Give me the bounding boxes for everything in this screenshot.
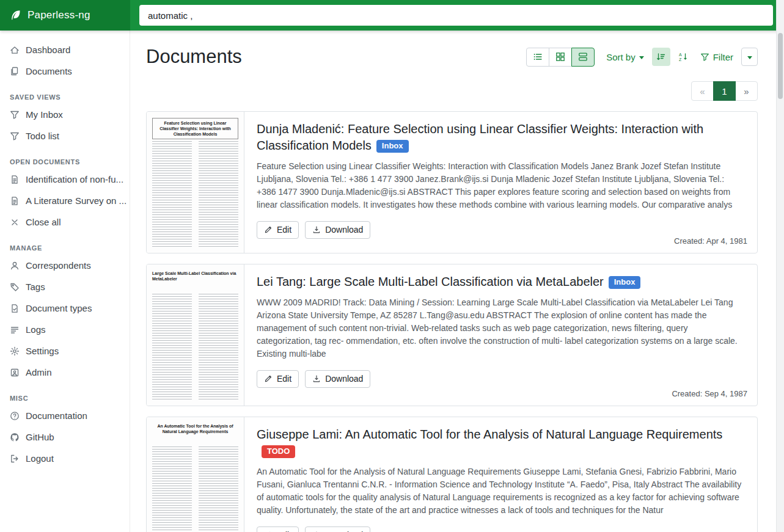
filter-button[interactable]: Filter bbox=[696, 49, 738, 65]
thumbnail-title: Feature Selection using Linear Classifie… bbox=[152, 118, 238, 139]
grid-view-button[interactable] bbox=[549, 48, 572, 67]
sidebar-item-document-types[interactable]: Document types bbox=[0, 297, 130, 319]
document-thumbnail[interactable]: Large Scale Multi-Label Classification v… bbox=[147, 264, 244, 406]
question-circle-icon bbox=[10, 411, 20, 421]
sidebar-section-misc: MISC bbox=[10, 395, 120, 402]
list-view-icon bbox=[533, 52, 543, 62]
document-excerpt: An Automatic Tool for the Analysis of Na… bbox=[257, 465, 745, 517]
download-button[interactable]: Download bbox=[305, 527, 370, 532]
person-badge-icon bbox=[10, 368, 20, 377]
sidebar-item-close-all[interactable]: Close all bbox=[0, 211, 130, 233]
sidebar-item-settings[interactable]: Settings bbox=[0, 340, 130, 362]
download-label: Download bbox=[325, 374, 363, 384]
sidebar-item-label: Settings bbox=[26, 346, 59, 356]
pagination-prev-button[interactable]: « bbox=[691, 81, 714, 101]
download-button[interactable]: Download bbox=[305, 221, 370, 239]
sidebar-item-documents[interactable]: Documents bbox=[0, 60, 130, 82]
document-title-link[interactable]: Lei Tang: Large Scale Multi-Label Classi… bbox=[257, 274, 640, 290]
sidebar-item-admin[interactable]: Admin bbox=[0, 362, 130, 383]
thumbnail-title: An Automatic Tool for the Analysis of Na… bbox=[152, 423, 238, 434]
documents-icon bbox=[10, 67, 20, 76]
sidebar-item-label: Close all bbox=[26, 217, 61, 227]
document-title-text: Giuseppe Lami: An Automatic Tool for the… bbox=[257, 428, 722, 441]
sort-alpha-button[interactable]: AZ bbox=[674, 48, 692, 66]
document-thumbnail[interactable]: An Automatic Tool for the Analysis of Na… bbox=[147, 417, 244, 532]
sidebar-item-label: Tags bbox=[26, 282, 45, 292]
search-bar-container bbox=[130, 0, 784, 31]
page-header: Documents Sort by AZ bbox=[146, 46, 758, 68]
file-text-icon bbox=[10, 196, 20, 206]
sidebar-item-label: Logout bbox=[26, 453, 54, 464]
sidebar-section-saved-views: SAVED VIEWS bbox=[10, 93, 120, 101]
thumbnail-text-lines bbox=[152, 141, 238, 248]
sidebar-item-label: A Literature Survey on ... bbox=[26, 195, 126, 206]
edit-button[interactable]: Edit bbox=[257, 221, 299, 239]
funnel-icon bbox=[10, 110, 20, 120]
sidebar-section-open-documents: OPEN DOCUMENTS bbox=[10, 158, 120, 166]
document-card: Feature Selection using Linear Classifie… bbox=[146, 111, 758, 253]
svg-text:Z: Z bbox=[679, 57, 682, 62]
tag-badge-inbox[interactable]: Inbox bbox=[376, 140, 409, 153]
scrollbar-thumb[interactable] bbox=[778, 33, 783, 99]
logout-icon bbox=[10, 454, 20, 464]
document-excerpt: WWW 2009 MADRID! Track: Data Mining / Se… bbox=[257, 296, 745, 360]
sidebar-item-github[interactable]: GitHub bbox=[0, 426, 130, 448]
sidebar-item-logout[interactable]: Logout bbox=[0, 448, 130, 469]
global-search-input[interactable] bbox=[139, 5, 773, 26]
filter-dropdown-toggle[interactable] bbox=[741, 48, 758, 66]
document-card: An Automatic Tool for the Analysis of Na… bbox=[146, 417, 758, 532]
edit-label: Edit bbox=[277, 225, 291, 235]
tag-badge-todo[interactable]: TODO bbox=[262, 445, 295, 458]
thumbnail-text-lines bbox=[152, 294, 238, 401]
person-icon bbox=[10, 261, 20, 271]
download-label: Download bbox=[325, 225, 363, 235]
tag-icon bbox=[10, 282, 20, 292]
document-thumbnail[interactable]: Feature Selection using Linear Classifie… bbox=[147, 112, 244, 253]
sidebar-item-correspondents[interactable]: Correspondents bbox=[0, 255, 130, 276]
edit-button[interactable]: Edit bbox=[257, 527, 299, 532]
list-lines-icon bbox=[10, 325, 20, 335]
vertical-scrollbar[interactable] bbox=[776, 0, 784, 532]
sidebar-item-tags[interactable]: Tags bbox=[0, 276, 130, 297]
sidebar-item-label: Dashboard bbox=[26, 45, 70, 55]
document-actions: Edit Download bbox=[257, 527, 370, 532]
list-view-button[interactable] bbox=[526, 48, 549, 67]
sidebar-item-dashboard[interactable]: Dashboard bbox=[0, 39, 130, 60]
sort-direction-button[interactable] bbox=[652, 48, 670, 66]
download-button[interactable]: Download bbox=[305, 370, 370, 388]
document-title-link[interactable]: Giuseppe Lami: An Automatic Tool for the… bbox=[257, 426, 745, 459]
pagination-next-button[interactable]: » bbox=[735, 81, 758, 101]
document-actions: Edit Download bbox=[257, 370, 370, 388]
pagination-page-1[interactable]: 1 bbox=[713, 81, 736, 101]
sidebar-item-open-doc-1[interactable]: Identification of non-fu... bbox=[0, 169, 130, 190]
document-card-body: Lei Tang: Large Scale Multi-Label Classi… bbox=[244, 264, 757, 406]
file-text-icon bbox=[10, 175, 20, 184]
sort-amount-down-icon bbox=[656, 52, 666, 62]
top-navbar: Paperless-ng bbox=[0, 0, 784, 31]
sidebar-item-logs[interactable]: Logs bbox=[0, 319, 130, 340]
sidebar-item-label: Todo list bbox=[26, 131, 59, 141]
sidebar-item-my-inbox[interactable]: My Inbox bbox=[0, 104, 130, 125]
sidebar-item-todo-list[interactable]: Todo list bbox=[0, 125, 130, 147]
sidebar-item-label: Identification of non-fu... bbox=[26, 174, 123, 184]
document-card: Large Scale Multi-Label Classification v… bbox=[146, 264, 758, 406]
sidebar-item-label: Logs bbox=[26, 324, 46, 335]
gear-icon bbox=[10, 346, 20, 356]
pagination: « 1 » bbox=[146, 81, 758, 101]
sort-by-dropdown[interactable]: Sort by bbox=[602, 49, 648, 65]
sidebar-item-label: My Inbox bbox=[26, 109, 63, 120]
sidebar-item-open-doc-2[interactable]: A Literature Survey on ... bbox=[0, 190, 130, 211]
document-title-link[interactable]: Dunja Mladenić: Feature Selection using … bbox=[257, 121, 745, 154]
sidebar-item-label: Correspondents bbox=[26, 260, 91, 271]
page-title: Documents bbox=[146, 46, 242, 68]
tag-badge-inbox[interactable]: Inbox bbox=[609, 276, 641, 289]
detail-view-button[interactable] bbox=[571, 48, 595, 67]
github-icon bbox=[10, 432, 20, 442]
app-brand[interactable]: Paperless-ng bbox=[0, 0, 130, 31]
document-card-body: Giuseppe Lami: An Automatic Tool for the… bbox=[244, 417, 757, 532]
funnel-icon bbox=[700, 53, 709, 62]
edit-button[interactable]: Edit bbox=[257, 370, 299, 388]
sort-by-label: Sort by bbox=[606, 52, 636, 62]
grid-view-icon bbox=[555, 52, 565, 62]
sidebar-item-documentation[interactable]: Documentation bbox=[0, 405, 130, 426]
